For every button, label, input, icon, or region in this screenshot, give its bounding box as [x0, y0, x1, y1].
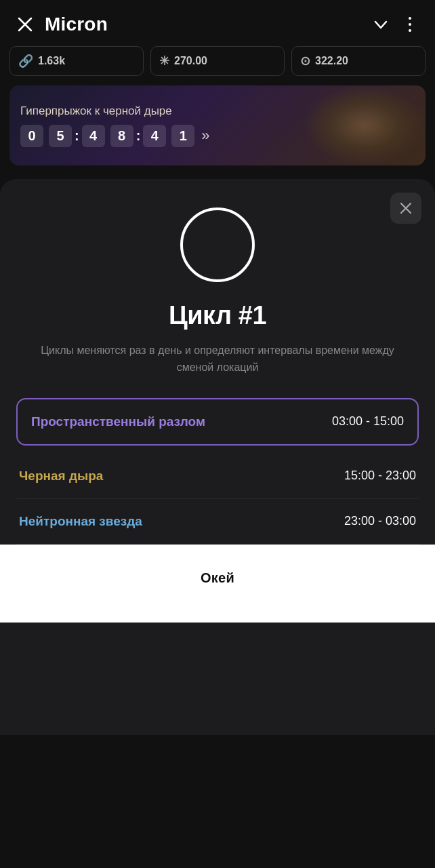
stat-pill-2[interactable]: ⊙ 322.20	[291, 46, 426, 76]
modal-close-button[interactable]	[390, 193, 421, 224]
location-time-2: 23:00 - 03:00	[344, 514, 416, 528]
banner[interactable]: Гиперпрыжок к черной дыре 0 5 : 4 8 : 4 …	[9, 85, 426, 165]
stat-value-0: 1.63k	[38, 55, 65, 67]
cycle-title: Цикл #1	[16, 301, 419, 330]
location-time-0: 03:00 - 15:00	[332, 414, 404, 429]
timer-digit-3: 8	[110, 125, 133, 147]
stats-row: 🔗 1.63k ✳ 270.00 ⊙ 322.20	[0, 46, 435, 76]
ok-button-wrapper: Окей	[0, 545, 435, 623]
location-item-1[interactable]: Черная дыра 15:00 - 23:00	[16, 454, 419, 499]
timer-digit-4: 4	[143, 125, 166, 147]
timer-sep-3: :	[135, 128, 142, 144]
close-button[interactable]	[16, 16, 34, 33]
stat-pill-1[interactable]: ✳ 270.00	[150, 46, 285, 76]
stat-value-1: 270.00	[174, 55, 207, 67]
timer-forward-icon: »	[201, 127, 209, 144]
location-item-0[interactable]: Пространственный разлом 03:00 - 15:00	[16, 398, 419, 446]
location-name-0: Пространственный разлом	[31, 414, 205, 429]
svg-point-4	[409, 29, 411, 32]
stat-value-2: 322.20	[315, 55, 348, 67]
location-time-1: 15:00 - 23:00	[344, 469, 416, 483]
app-title: Micron	[45, 14, 108, 35]
timer-digit-1: 5	[49, 125, 72, 147]
menu-button[interactable]	[401, 16, 419, 33]
svg-point-3	[409, 23, 411, 26]
top-bar: Micron	[0, 0, 435, 46]
cycle-icon-wrapper	[16, 208, 419, 282]
location-name-2: Нейтронная звезда	[19, 514, 142, 529]
top-bar-right	[371, 15, 419, 34]
cycle-circle-icon	[180, 208, 255, 282]
svg-point-2	[409, 17, 411, 20]
timer-sep-1: :	[73, 128, 81, 144]
top-bar-left: Micron	[16, 14, 108, 35]
stat-icon-1: ✳	[159, 54, 169, 68]
banner-title: Гиперпрыжок к черной дыре	[20, 104, 415, 118]
stat-pill-0[interactable]: 🔗 1.63k	[9, 46, 144, 76]
dropdown-button[interactable]	[371, 15, 390, 34]
location-list: Пространственный разлом 03:00 - 15:00 Че…	[16, 398, 419, 545]
modal-overlay: Цикл #1 Циклы меняются раз в день и опре…	[0, 179, 435, 735]
timer-digit-0: 0	[20, 125, 43, 147]
stat-icon-2: ⊙	[300, 54, 310, 68]
cycle-description: Циклы меняются раз в день и определяют и…	[16, 342, 419, 376]
timer-row: 0 5 : 4 8 : 4 1 »	[20, 125, 415, 147]
timer-digit-2: 4	[82, 125, 105, 147]
stat-icon-0: 🔗	[18, 54, 33, 68]
location-item-2[interactable]: Нейтронная звезда 23:00 - 03:00	[16, 499, 419, 545]
ok-button[interactable]: Окей	[16, 558, 419, 598]
location-name-1: Черная дыра	[19, 469, 103, 484]
timer-digit-5: 1	[171, 125, 194, 147]
